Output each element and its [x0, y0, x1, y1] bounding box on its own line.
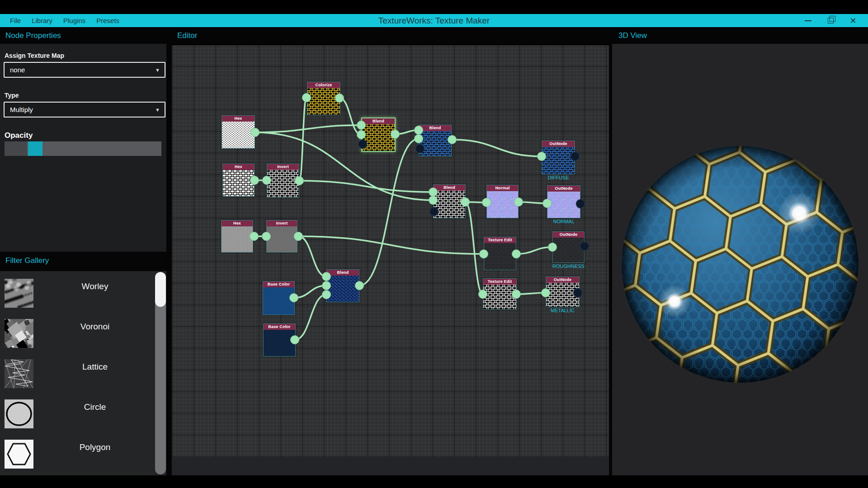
node-port[interactable]: [548, 243, 557, 252]
node-port[interactable]: [538, 152, 546, 161]
node-port[interactable]: [543, 199, 552, 208]
gallery-scrollbar-thumb[interactable]: [155, 272, 166, 307]
filter-gallery-title: Filter Gallery: [5, 256, 49, 265]
node-preview: [547, 192, 580, 218]
menu-file[interactable]: File: [10, 17, 21, 24]
node-hex[interactable]: Hex: [221, 220, 253, 253]
gallery-item-circle[interactable]: Circle: [0, 399, 154, 439]
node-port[interactable]: [294, 232, 303, 241]
node-port[interactable]: [322, 291, 331, 299]
node-port[interactable]: [512, 250, 521, 258]
node-port[interactable]: [429, 196, 438, 205]
node-title-bar: OutNode: [546, 277, 579, 283]
node-normal[interactable]: Normal: [486, 185, 519, 218]
node-port[interactable]: [429, 188, 438, 197]
menu-presets[interactable]: Presets: [96, 17, 119, 24]
node-port[interactable]: [290, 294, 298, 302]
node-port[interactable]: [461, 198, 470, 206]
menu-plugins[interactable]: Plugins: [63, 17, 85, 24]
node-title-bar: Base Color: [263, 282, 294, 287]
node-preview: [267, 170, 299, 197]
node-preview: [267, 226, 297, 252]
minimize-icon: [805, 20, 811, 21]
window-top-strip: [0, 0, 868, 14]
node-port[interactable]: [482, 198, 491, 207]
node-port[interactable]: [448, 136, 457, 144]
gallery-item-lattice[interactable]: Lattice: [0, 358, 154, 399]
restore-button[interactable]: [819, 14, 842, 27]
window-bottom-bar: [0, 475, 868, 488]
node-title-bar: OutNode: [542, 141, 575, 147]
node-port[interactable]: [322, 282, 331, 290]
assign-texture-map-select[interactable]: none ▼: [4, 62, 165, 78]
node-layer: ColorizeHexBlendBlendOutNodeDIFFUSEHexIn…: [172, 45, 609, 457]
node-outnode[interactable]: OutNodeDIFFUSE: [542, 141, 575, 174]
opacity-label: Opacity: [5, 131, 33, 140]
minimize-button[interactable]: [797, 14, 819, 27]
node-hex[interactable]: Hex: [222, 115, 255, 149]
node-port-unconnected[interactable]: [571, 152, 580, 161]
gallery-item-label: Polygon: [41, 442, 149, 452]
node-blend[interactable]: Blend: [326, 269, 359, 302]
gallery-item-label: Lattice: [41, 362, 149, 372]
node-blend[interactable]: Blend: [419, 125, 452, 156]
type-label: Type: [5, 92, 19, 99]
gallery-item-voronoi[interactable]: Voronoi: [0, 318, 154, 358]
node-outnode[interactable]: OutNodeNORMAL: [547, 185, 580, 218]
node-port-unconnected[interactable]: [574, 289, 582, 297]
node-invert[interactable]: Invert: [267, 164, 299, 197]
node-port-unconnected[interactable]: [359, 140, 367, 149]
node-port[interactable]: [263, 176, 271, 185]
gallery-item-polygon[interactable]: Polygon: [0, 439, 154, 475]
output-channel-badge: ROUGHNESS: [544, 263, 593, 269]
node-port[interactable]: [335, 94, 344, 103]
node-port[interactable]: [357, 131, 366, 139]
node-port[interactable]: [295, 177, 304, 185]
gallery-scrollbar-track[interactable]: [155, 272, 166, 474]
menu-list: FileLibraryPluginsPresets: [0, 17, 119, 24]
node-port[interactable]: [251, 128, 259, 137]
node-port[interactable]: [512, 290, 521, 299]
gallery-item-worley[interactable]: Worley: [0, 278, 154, 318]
node-port-unconnected[interactable]: [580, 242, 589, 251]
node-port[interactable]: [262, 232, 271, 241]
gallery-item-label: Circle: [41, 402, 149, 412]
close-button[interactable]: ✕: [842, 14, 864, 27]
node-texture-edit[interactable]: Texture Edit: [483, 278, 517, 310]
node-port[interactable]: [250, 176, 259, 185]
node-port[interactable]: [542, 289, 550, 297]
opacity-slider-thumb[interactable]: [28, 141, 42, 156]
opacity-slider[interactable]: [5, 141, 161, 156]
node-port[interactable]: [250, 232, 259, 241]
node-port[interactable]: [514, 198, 523, 206]
node-title-bar: Hex: [222, 221, 253, 226]
menu-library[interactable]: Library: [32, 17, 52, 24]
node-outnode[interactable]: OutNodeROUGHNESS: [552, 231, 585, 263]
view3d-title: 3D View: [618, 31, 647, 40]
type-select[interactable]: Multiply ▼: [4, 102, 165, 117]
node-port[interactable]: [480, 250, 488, 258]
node-port[interactable]: [391, 130, 400, 139]
node-editor-canvas[interactable]: ColorizeHexBlendBlendOutNodeDIFFUSEHexIn…: [172, 45, 609, 457]
node-port[interactable]: [415, 126, 423, 135]
node-preview: [419, 131, 451, 156]
node-port[interactable]: [355, 282, 364, 290]
node-port-unconnected[interactable]: [430, 207, 439, 216]
node-preview: [434, 191, 465, 218]
node-port-unconnected[interactable]: [576, 200, 585, 208]
node-port[interactable]: [322, 272, 331, 281]
node-invert[interactable]: Invert: [266, 220, 297, 253]
node-port[interactable]: [357, 121, 366, 130]
node-port[interactable]: [415, 135, 423, 143]
node-hex[interactable]: Hex: [222, 164, 255, 197]
node-port[interactable]: [302, 94, 311, 102]
voronoi-thumbnail: [5, 319, 33, 348]
node-port[interactable]: [291, 336, 299, 344]
3d-viewport[interactable]: [612, 44, 868, 475]
node-title-bar: Blend: [362, 118, 395, 124]
polygon-thumbnail: [5, 440, 33, 469]
node-port[interactable]: [479, 290, 487, 299]
app-window: FileLibraryPluginsPresets TextureWorks: …: [0, 0, 868, 488]
node-port-unconnected[interactable]: [416, 145, 425, 153]
node-texture-edit[interactable]: Texture Edit: [484, 237, 516, 270]
